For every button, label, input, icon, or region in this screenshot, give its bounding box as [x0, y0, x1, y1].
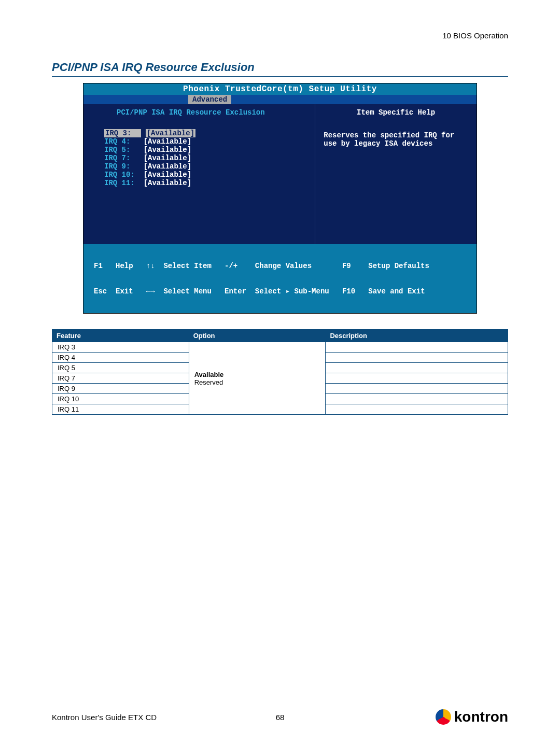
bios-item[interactable]: IRQ 11: [Available]	[104, 179, 306, 187]
bios-item[interactable]: IRQ 5: [Available]	[104, 146, 306, 154]
bios-item-label: IRQ 11:	[104, 179, 139, 187]
bios-left-pane: PCI/PNP ISA IRQ Resource Exclusion IRQ 3…	[83, 104, 315, 244]
bios-item[interactable]: IRQ 7: [Available]	[104, 154, 306, 162]
bios-tab-advanced[interactable]: Advanced	[188, 95, 231, 104]
bios-item-value: [Available]	[144, 154, 191, 162]
bios-help-pane: Item Specific Help Reserves the specifie…	[315, 104, 477, 244]
bios-item[interactable]: IRQ 9: [Available]	[104, 162, 306, 171]
bios-item[interactable]: IRQ 10: [Available]	[104, 171, 306, 179]
page-footer: Kontron User's Guide ETX CD 68 kontron	[52, 709, 508, 725]
cell-description	[326, 373, 508, 384]
bios-item-value: [Available]	[144, 162, 191, 171]
cell-option: AvailableReserved	[189, 342, 326, 415]
bios-item-label: IRQ 10:	[104, 171, 139, 179]
cell-feature: IRQ 9	[52, 384, 189, 394]
cell-feature: IRQ 5	[52, 363, 189, 373]
bios-item-value: [Available]	[144, 171, 191, 179]
cell-feature: IRQ 10	[52, 394, 189, 404]
cell-feature: IRQ 3	[52, 342, 189, 353]
bios-tab-bar: Advanced	[83, 95, 477, 104]
page-number: 68	[276, 713, 285, 722]
bios-item-value: [Available]	[144, 179, 191, 187]
cell-description	[326, 342, 508, 353]
cell-feature: IRQ 7	[52, 373, 189, 384]
bios-item-value: [Available]	[144, 137, 191, 146]
bios-footer: F1 Help ↑↓ Select Item -/+ Change Values…	[83, 244, 477, 313]
section-title: PCI/PNP ISA IRQ Resource Exclusion	[52, 61, 508, 77]
bios-item-label: IRQ 5:	[104, 146, 139, 154]
logo-icon	[436, 709, 451, 725]
bios-item[interactable]: IRQ 3: [Available]	[104, 129, 306, 137]
bios-help-title: Item Specific Help	[324, 108, 468, 117]
cell-feature: IRQ 4	[52, 353, 189, 363]
th-description: Description	[326, 330, 508, 342]
cell-description	[326, 404, 508, 415]
bios-item-value: [Available]	[146, 129, 195, 137]
bios-subtitle: PCI/PNP ISA IRQ Resource Exclusion	[117, 108, 306, 117]
option-reserved: Reserved	[194, 378, 320, 386]
bios-help-text: Reserves the specified IRQ for use by le…	[324, 131, 468, 148]
th-feature: Feature	[52, 330, 189, 342]
bios-item-value: [Available]	[144, 146, 191, 154]
table-row: IRQ 3AvailableReserved	[52, 342, 508, 353]
cell-description	[326, 363, 508, 373]
bios-footer-line1: F1 Help ↑↓ Select Item -/+ Change Values…	[94, 262, 472, 270]
cell-feature: IRQ 11	[52, 404, 189, 415]
cell-description	[326, 353, 508, 363]
th-option: Option	[189, 330, 326, 342]
feature-table: Feature Option Description IRQ 3Availabl…	[52, 329, 508, 415]
cell-description	[326, 394, 508, 404]
logo: kontron	[436, 709, 508, 725]
option-available: Available	[194, 371, 320, 378]
bios-screenshot: Phoenix TrustedCore(tm) Setup Utility Ad…	[83, 83, 477, 314]
logo-text: kontron	[454, 709, 508, 725]
bios-item-label: IRQ 4:	[104, 137, 139, 146]
bios-item[interactable]: IRQ 4: [Available]	[104, 137, 306, 146]
cell-description	[326, 384, 508, 394]
bios-title: Phoenix TrustedCore(tm) Setup Utility	[83, 83, 477, 95]
footer-left: Kontron User's Guide ETX CD	[52, 713, 157, 722]
bios-item-label: IRQ 9:	[104, 162, 139, 171]
bios-footer-line2: Esc Exit ←→ Select Menu Enter Select ▸ S…	[94, 287, 472, 295]
bios-item-label: IRQ 7:	[104, 154, 139, 162]
chapter-header: 10 BIOS Operation	[52, 31, 508, 40]
bios-item-label: IRQ 3:	[104, 129, 141, 137]
